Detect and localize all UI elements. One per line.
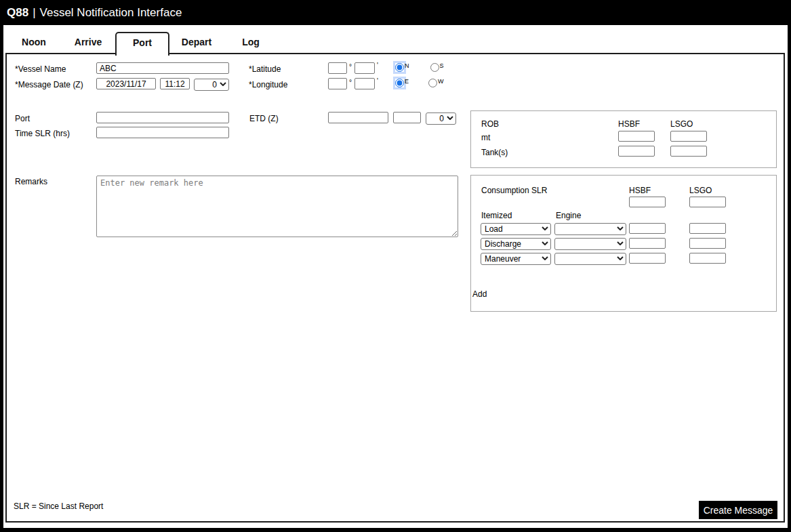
message-utc-offset-wrap: 0 bbox=[194, 78, 229, 90]
latitude-minutes-input[interactable] bbox=[354, 62, 375, 74]
longitude-minutes-input[interactable] bbox=[354, 78, 375, 89]
longitude-east-radio[interactable] bbox=[395, 79, 404, 87]
longitude-east-option[interactable]: E bbox=[395, 79, 409, 87]
itemized-row2-wrap: Discharge bbox=[481, 237, 551, 249]
consumption-title: Consumption SLR bbox=[481, 186, 547, 195]
rob-mt-hsbf-input[interactable] bbox=[618, 131, 655, 142]
engine-row2-wrap bbox=[554, 237, 626, 249]
latitude-south-radio[interactable] bbox=[430, 63, 439, 72]
message-time-input[interactable] bbox=[160, 78, 190, 89]
latitude-degree-symbol: ° bbox=[349, 63, 352, 70]
message-date-label: *Message Date (Z) bbox=[15, 80, 83, 89]
consumption-row1-lsgo-input[interactable] bbox=[689, 223, 726, 234]
tab-noon[interactable]: Noon bbox=[7, 32, 61, 54]
rob-section: ROB HSBF LSGO mt Tank(s) bbox=[470, 110, 777, 168]
longitude-west-label: W bbox=[438, 78, 444, 85]
title-bar: Q88 | Vessel Notification Interface bbox=[0, 0, 791, 25]
rob-title: ROB bbox=[481, 119, 499, 129]
longitude-minute-symbol: ' bbox=[377, 77, 378, 85]
itemized-select-1[interactable]: Load bbox=[481, 223, 551, 235]
rob-col-hsbf: HSBF bbox=[618, 119, 640, 129]
consumption-total-lsgo-input[interactable] bbox=[689, 197, 726, 207]
longitude-label: *Longitude bbox=[249, 80, 287, 89]
port-label: Port bbox=[15, 114, 30, 123]
engine-label: Engine bbox=[556, 211, 581, 220]
itemized-label: Itemized bbox=[481, 211, 512, 220]
consumption-col-lsgo: LSGO bbox=[689, 186, 712, 195]
tab-port[interactable]: Port bbox=[115, 32, 169, 56]
longitude-west-option[interactable]: W bbox=[428, 79, 444, 87]
etd-utc-offset-wrap: 0 bbox=[426, 112, 456, 124]
message-date-input[interactable] bbox=[96, 78, 156, 89]
latitude-north-radio[interactable] bbox=[395, 63, 404, 72]
itemized-row1-wrap: Load bbox=[481, 222, 551, 234]
remarks-label: Remarks bbox=[15, 177, 47, 186]
vessel-name-label: *Vessel Name bbox=[15, 64, 66, 74]
time-slr-label: Time SLR (hrs) bbox=[15, 129, 70, 138]
longitude-hemisphere-group: E W bbox=[395, 79, 444, 87]
consumption-row3-lsgo-input[interactable] bbox=[689, 253, 726, 264]
consumption-col-hsbf: HSBF bbox=[629, 186, 651, 195]
longitude-east-label: E bbox=[405, 78, 409, 85]
remarks-textarea[interactable] bbox=[96, 176, 458, 237]
etd-time-input[interactable] bbox=[393, 112, 421, 123]
consumption-total-hsbf-input[interactable] bbox=[629, 197, 666, 207]
etd-utc-offset-select[interactable]: 0 bbox=[426, 112, 456, 125]
slr-footnote: SLR = Since Last Report bbox=[14, 502, 103, 511]
rob-tanks-hsbf-input[interactable] bbox=[618, 146, 655, 157]
consumption-row2-hsbf-input[interactable] bbox=[629, 238, 666, 249]
latitude-north-label: N bbox=[405, 62, 409, 69]
consumption-row2-lsgo-input[interactable] bbox=[689, 238, 726, 249]
engine-row1-wrap bbox=[554, 222, 626, 234]
latitude-minute-symbol: ' bbox=[377, 62, 378, 69]
latitude-label: *Latitude bbox=[249, 64, 281, 74]
time-slr-input[interactable] bbox=[96, 127, 229, 138]
latitude-hemisphere-group: N S bbox=[395, 63, 444, 72]
rob-mt-label: mt bbox=[481, 133, 490, 142]
tab-log[interactable]: Log bbox=[224, 32, 278, 54]
vessel-name-input[interactable] bbox=[96, 62, 229, 74]
consumption-slr-section: Consumption SLR HSBF LSGO Itemized Engin… bbox=[470, 175, 777, 312]
title-separator: | bbox=[33, 6, 35, 20]
content-area: Noon Arrive Port Depart Log *Vessel Name… bbox=[3, 25, 788, 528]
tab-depart[interactable]: Depart bbox=[169, 32, 224, 54]
port-input[interactable] bbox=[96, 112, 229, 123]
etd-date-input[interactable] bbox=[328, 112, 388, 123]
rob-tanks-label: Tank(s) bbox=[481, 148, 508, 157]
consumption-row1-hsbf-input[interactable] bbox=[629, 223, 666, 234]
port-tab-panel: *Vessel Name *Latitude ° ' N S *Message … bbox=[5, 53, 785, 523]
engine-select-1[interactable] bbox=[554, 223, 626, 235]
latitude-south-label: S bbox=[440, 62, 444, 69]
add-row-button[interactable]: Add bbox=[472, 289, 487, 299]
latitude-south-option[interactable]: S bbox=[430, 63, 444, 72]
itemized-select-2[interactable]: Discharge bbox=[481, 238, 551, 250]
app-window: Q88 | Vessel Notification Interface Noon… bbox=[0, 0, 791, 532]
itemized-row3-wrap: Maneuver bbox=[481, 252, 551, 264]
rob-mt-lsgo-input[interactable] bbox=[670, 131, 707, 142]
engine-row3-wrap bbox=[554, 252, 626, 264]
etd-label: ETD (Z) bbox=[249, 114, 279, 123]
rob-tanks-lsgo-input[interactable] bbox=[670, 146, 707, 157]
app-brand: Q88 bbox=[7, 6, 28, 20]
longitude-degree-symbol: ° bbox=[349, 79, 352, 86]
rob-col-lsgo: LSGO bbox=[670, 119, 693, 129]
engine-select-3[interactable] bbox=[554, 253, 626, 265]
consumption-row3-hsbf-input[interactable] bbox=[629, 253, 666, 264]
itemized-select-3[interactable]: Maneuver bbox=[481, 253, 551, 265]
page-title: Vessel Notification Interface bbox=[40, 6, 182, 20]
create-message-button[interactable]: Create Message bbox=[699, 501, 777, 519]
latitude-degrees-input[interactable] bbox=[328, 62, 347, 74]
latitude-north-option[interactable]: N bbox=[395, 63, 409, 72]
tab-arrive[interactable]: Arrive bbox=[61, 32, 115, 54]
longitude-west-radio[interactable] bbox=[428, 79, 437, 87]
engine-select-2[interactable] bbox=[554, 238, 626, 250]
longitude-degrees-input[interactable] bbox=[328, 78, 347, 89]
message-utc-offset-select[interactable]: 0 bbox=[194, 79, 229, 91]
